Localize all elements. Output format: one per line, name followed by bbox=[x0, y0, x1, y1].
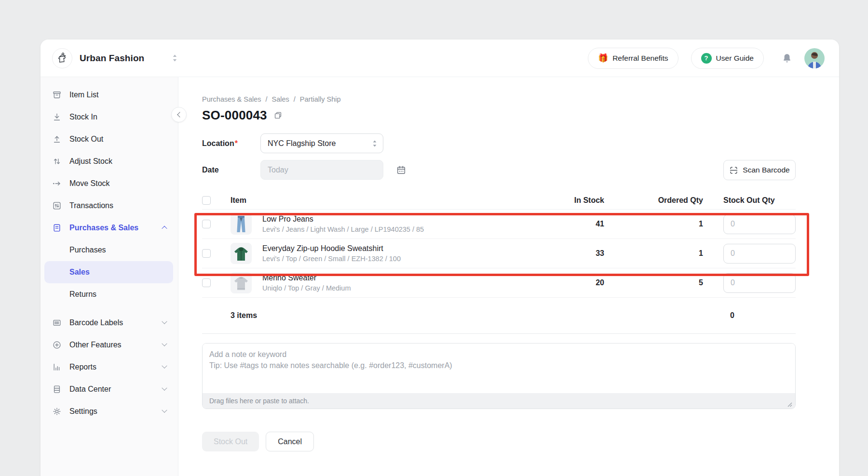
item-specs: Uniqlo / Top / Gray / Medium bbox=[262, 284, 351, 292]
notifications-button[interactable] bbox=[781, 53, 793, 64]
sidebar-label: Move Stock bbox=[69, 179, 110, 188]
user-avatar[interactable] bbox=[804, 48, 825, 68]
sidebar-item-move-stock[interactable]: Move Stock bbox=[44, 172, 173, 195]
scan-barcode-button[interactable]: Scan Barcode bbox=[723, 160, 796, 180]
sidebar: Item List Stock In bbox=[41, 77, 178, 476]
sidebar-item-item-list[interactable]: Item List bbox=[44, 84, 173, 106]
chevron-down-icon bbox=[162, 363, 167, 369]
ordered-qty-value: 1 bbox=[604, 220, 703, 228]
breadcrumb: Purchases & Sales / Sales / Partially Sh… bbox=[202, 95, 839, 103]
sidebar-item-transactions[interactable]: Transactions bbox=[44, 195, 173, 217]
location-select[interactable]: NYC Flagship Store bbox=[260, 133, 383, 153]
workspace-switcher-icon[interactable] bbox=[172, 54, 177, 62]
sidebar-item-purchases[interactable]: Purchases bbox=[44, 239, 173, 261]
table-row: Low Pro Jeans Levi's / Jeans / Light Was… bbox=[202, 210, 796, 239]
chevron-down-icon bbox=[162, 319, 167, 324]
bell-icon bbox=[781, 53, 793, 64]
database-icon bbox=[52, 384, 62, 394]
resize-handle-icon[interactable] bbox=[787, 402, 792, 407]
avatar-photo bbox=[804, 49, 825, 68]
sidebar-label: Settings bbox=[69, 407, 97, 416]
chevron-left-icon bbox=[177, 112, 182, 117]
note-box: Drag files here or paste to attach. bbox=[202, 343, 796, 409]
row-checkbox[interactable] bbox=[202, 249, 211, 258]
divider bbox=[202, 333, 796, 334]
row-checkbox[interactable] bbox=[202, 220, 211, 228]
item-name: Merino Sweater bbox=[262, 274, 351, 282]
sidebar-item-barcode-labels[interactable]: Barcode Labels bbox=[44, 312, 173, 334]
sidebar-label: Reports bbox=[69, 363, 96, 371]
sidebar-item-data-center[interactable]: Data Center bbox=[44, 378, 173, 400]
question-circle-icon: ? bbox=[701, 53, 712, 64]
date-input[interactable] bbox=[260, 160, 383, 180]
screen: Urban Fashion 🎁 Referral Benefits ? User… bbox=[0, 0, 868, 476]
select-all-checkbox[interactable] bbox=[202, 196, 211, 205]
user-guide-button[interactable]: ? User Guide bbox=[691, 48, 764, 69]
header-ordered-qty: Ordered Qty bbox=[604, 196, 703, 205]
sidebar-label: Stock In bbox=[69, 113, 97, 121]
user-guide-label: User Guide bbox=[716, 54, 754, 63]
breadcrumb-separator: / bbox=[266, 95, 268, 103]
row-checkbox[interactable] bbox=[202, 278, 211, 287]
gift-icon: 🎁 bbox=[598, 54, 608, 62]
top-bar: Urban Fashion 🎁 Referral Benefits ? User… bbox=[41, 40, 839, 77]
sidebar-item-stock-out[interactable]: Stock Out bbox=[44, 128, 173, 150]
chevron-down-icon bbox=[162, 385, 167, 391]
ordered-qty-value: 1 bbox=[604, 249, 703, 258]
plus-circle-icon bbox=[52, 340, 62, 350]
header-item: Item bbox=[231, 196, 527, 205]
sidebar-item-adjust-stock[interactable]: Adjust Stock bbox=[44, 150, 173, 172]
chevron-down-icon bbox=[162, 341, 167, 346]
sidebar-label: Purchases & Sales bbox=[69, 224, 138, 232]
ordered-qty-value: 5 bbox=[604, 278, 703, 287]
referral-benefits-button[interactable]: 🎁 Referral Benefits bbox=[588, 48, 678, 69]
sidebar-label: Data Center bbox=[69, 385, 111, 394]
sidebar-item-settings[interactable]: Settings bbox=[44, 400, 173, 423]
calendar-icon[interactable] bbox=[396, 165, 407, 175]
table-summary-row: 3 items 0 bbox=[202, 298, 796, 333]
app-body: Item List Stock In bbox=[41, 77, 839, 476]
items-table: Item In Stock Ordered Qty Stock Out Qty bbox=[202, 192, 796, 334]
breadcrumb-sales[interactable]: Sales bbox=[272, 95, 289, 103]
tshirt-hanger-icon bbox=[56, 52, 68, 65]
chevron-up-icon bbox=[162, 226, 167, 231]
sidebar-label: Adjust Stock bbox=[69, 157, 112, 166]
stock-out-qty-input[interactable] bbox=[723, 273, 796, 293]
sidebar-collapse-button[interactable] bbox=[171, 107, 187, 122]
scan-barcode-label: Scan Barcode bbox=[743, 166, 789, 174]
sidebar-item-other-features[interactable]: Other Features bbox=[44, 334, 173, 356]
stock-out-icon bbox=[52, 134, 62, 144]
cancel-button[interactable]: Cancel bbox=[266, 432, 314, 451]
sidebar-item-stock-in[interactable]: Stock In bbox=[44, 106, 173, 128]
sidebar-label: Returns bbox=[69, 290, 96, 299]
location-label: Location* bbox=[202, 139, 260, 148]
stock-out-qty-input[interactable] bbox=[723, 244, 796, 264]
sidebar-label: Barcode Labels bbox=[69, 318, 123, 327]
sidebar-item-returns[interactable]: Returns bbox=[44, 283, 173, 305]
purchases-sales-icon bbox=[52, 223, 62, 233]
required-asterisk: * bbox=[235, 139, 238, 147]
sidebar-item-sales[interactable]: Sales bbox=[44, 261, 173, 283]
sidebar-label: Purchases bbox=[69, 246, 106, 254]
table-header-row: Item In Stock Ordered Qty Stock Out Qty bbox=[202, 192, 796, 210]
sidebar-item-reports[interactable]: Reports bbox=[44, 356, 173, 378]
brand-logo bbox=[52, 48, 72, 68]
barcode-icon bbox=[52, 318, 62, 328]
stock-out-qty-input[interactable] bbox=[723, 214, 796, 234]
gear-icon bbox=[52, 407, 62, 416]
items-count: 3 items bbox=[231, 311, 527, 320]
transactions-icon bbox=[52, 201, 62, 211]
sidebar-item-purchases-sales[interactable]: Purchases & Sales bbox=[44, 217, 173, 239]
footer-actions: Stock Out Cancel bbox=[202, 432, 839, 451]
hoodie-thumbnail bbox=[231, 243, 252, 264]
stock-out-total: 0 bbox=[723, 311, 796, 320]
stock-out-button[interactable]: Stock Out bbox=[202, 432, 259, 451]
attachment-dropzone[interactable]: Drag files here or paste to attach. bbox=[203, 393, 795, 409]
item-name: Low Pro Jeans bbox=[262, 215, 424, 224]
copy-icon[interactable] bbox=[273, 111, 283, 120]
breadcrumb-purchases-sales[interactable]: Purchases & Sales bbox=[202, 95, 261, 103]
main-content: Purchases & Sales / Sales / Partially Sh… bbox=[178, 77, 839, 476]
note-textarea[interactable] bbox=[203, 344, 795, 393]
jeans-thumbnail bbox=[231, 213, 252, 235]
header-in-stock: In Stock bbox=[527, 196, 604, 205]
